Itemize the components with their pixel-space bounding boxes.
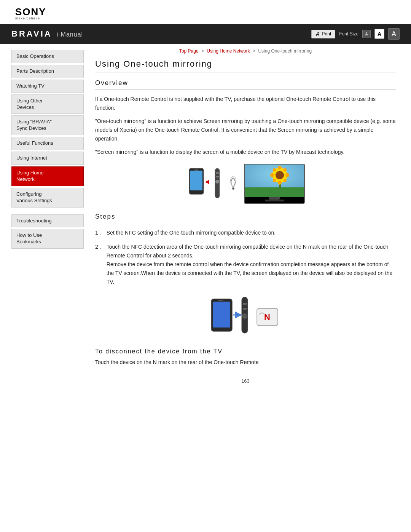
svg-rect-2 xyxy=(194,169,198,171)
sidebar-item-how-to-use[interactable]: How to UseBookmarks xyxy=(11,229,84,249)
para1: If a One-touch Remote Control is not sup… xyxy=(95,95,396,112)
nfc-device-svg: N xyxy=(207,293,284,339)
sidebar: Basic Operations Parts Description Watch… xyxy=(0,44,84,395)
svg-rect-27 xyxy=(243,308,247,310)
para3: "Screen mirroring" is a function to disp… xyxy=(95,148,396,157)
para2: "One-touch mirroring" is a function to a… xyxy=(95,117,396,143)
svg-point-17 xyxy=(285,173,289,177)
page-title: Using One-touch mirroring xyxy=(95,59,396,72)
step-2-text-part1: Touch the NFC detection area of the One-… xyxy=(107,244,389,259)
svg-rect-5 xyxy=(216,172,219,174)
tv-base xyxy=(265,200,284,201)
svg-rect-10 xyxy=(245,187,305,197)
svg-point-8 xyxy=(232,187,234,190)
overview-title: Overview xyxy=(95,79,396,89)
breadcrumb-sep2: > xyxy=(253,48,255,54)
font-small-button[interactable]: A xyxy=(362,30,371,38)
breadcrumb-top-page[interactable]: Top Page xyxy=(179,48,199,54)
sony-brand: SONY xyxy=(15,7,396,17)
svg-point-20 xyxy=(273,179,276,182)
sidebar-item-using-home-network[interactable]: Using HomeNetwork xyxy=(11,166,84,186)
header-left: BRAVIA i-Manual xyxy=(11,29,83,39)
nfc-illustration: N xyxy=(95,293,396,339)
sony-tagline: make.believe xyxy=(15,17,396,20)
print-button[interactable]: 🖨 Print xyxy=(311,30,336,38)
breadcrumb-sep1: > xyxy=(201,48,204,54)
main-layout: Basic Operations Parts Description Watch… xyxy=(0,44,411,395)
step-1: 1． Set the NFC setting of the One-touch … xyxy=(95,228,396,237)
print-label: Print xyxy=(322,31,331,37)
svg-point-16 xyxy=(270,173,274,177)
svg-point-7 xyxy=(215,180,219,184)
svg-point-15 xyxy=(278,181,282,185)
tv-screen xyxy=(245,165,304,196)
sidebar-item-basic-operations[interactable]: Basic Operations xyxy=(11,50,84,63)
svg-text:N: N xyxy=(264,312,270,322)
tv-image xyxy=(244,164,305,204)
header-bar: BRAVIA i-Manual 🖨 Print Font Size A A A xyxy=(0,24,411,44)
svg-point-13 xyxy=(276,171,284,179)
breadcrumb-home-network[interactable]: Using Home Network xyxy=(207,48,250,54)
page-number: 163 xyxy=(95,378,396,384)
svg-marker-3 xyxy=(205,179,209,185)
step-1-number: 1． xyxy=(95,228,104,237)
svg-rect-24 xyxy=(218,300,223,301)
sidebar-item-configuring[interactable]: ConfiguringVarious Settings xyxy=(11,188,84,208)
illus-wrapper xyxy=(186,164,305,204)
steps-list: 1． Set the NFC setting of the One-touch … xyxy=(95,228,396,287)
mirroring-illustration xyxy=(95,164,396,204)
phone-icon xyxy=(186,168,209,200)
steps-title: Steps xyxy=(95,213,396,223)
print-icon: 🖨 xyxy=(315,31,320,37)
font-size-label: Font Size xyxy=(339,31,358,37)
sunflower-svg xyxy=(245,165,305,197)
disconnect-title: To disconnect the device from the TV xyxy=(95,348,396,355)
sidebar-item-using-other-devices[interactable]: Using OtherDevices xyxy=(11,94,84,114)
sidebar-item-troubleshooting[interactable]: Troubleshooting xyxy=(11,214,84,228)
svg-point-28 xyxy=(242,313,247,319)
header-right: 🖨 Print Font Size A A A xyxy=(311,28,400,40)
sidebar-item-using-bravia[interactable]: Using "BRAVIA"Sync Devices xyxy=(11,115,84,135)
font-medium-button[interactable]: A xyxy=(374,29,384,39)
step-2-number: 2． xyxy=(95,243,104,286)
sidebar-item-parts-description[interactable]: Parts Description xyxy=(11,65,84,78)
svg-rect-1 xyxy=(190,171,202,190)
tv-illustration xyxy=(244,164,305,204)
svg-rect-23 xyxy=(213,302,230,328)
svg-point-18 xyxy=(273,168,276,171)
sidebar-item-using-internet[interactable]: Using Internet xyxy=(11,152,84,165)
disconnect-text: Touch the device on the N mark on the re… xyxy=(95,358,396,367)
sidebar-item-watching-tv[interactable]: Watching TV xyxy=(11,80,84,93)
svg-point-14 xyxy=(278,166,282,169)
step-2: 2． Touch the NFC detection area of the O… xyxy=(95,243,396,286)
breadcrumb: Top Page > Using Home Network > Using On… xyxy=(95,48,396,54)
svg-point-19 xyxy=(284,168,287,171)
svg-rect-6 xyxy=(216,176,219,177)
remote-icon xyxy=(212,166,223,201)
font-large-button[interactable]: A xyxy=(388,28,400,40)
logo-area: SONY make.believe xyxy=(0,0,411,24)
svg-rect-26 xyxy=(243,303,247,305)
sony-logo: SONY make.believe xyxy=(15,7,396,20)
content-area: Top Page > Using Home Network > Using On… xyxy=(84,44,411,395)
step-2-text-part2: Remove the device from the remote contro… xyxy=(107,261,393,285)
wifi-waves-icon xyxy=(226,174,241,193)
svg-point-21 xyxy=(284,179,287,182)
sidebar-spacer xyxy=(11,209,84,214)
breadcrumb-current: Using One-touch mirroring xyxy=(258,48,312,54)
bravia-brand: BRAVIA xyxy=(11,29,52,39)
step-2-text: Touch the NFC detection area of the One-… xyxy=(107,243,396,286)
sidebar-item-useful-functions[interactable]: Useful Functions xyxy=(11,137,84,150)
imanual-label: i-Manual xyxy=(57,31,83,38)
step-1-text: Set the NFC setting of the One-touch mir… xyxy=(107,228,276,237)
